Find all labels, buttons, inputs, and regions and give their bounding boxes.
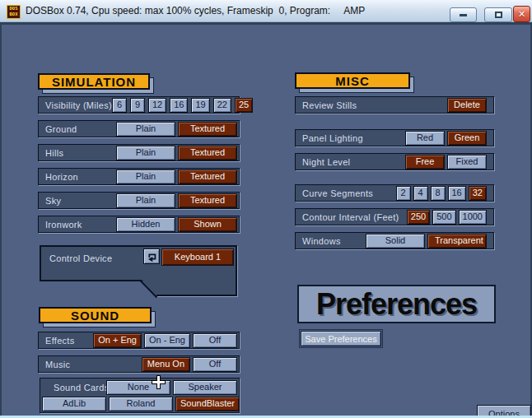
- option-textured-button[interactable]: Textured: [178, 193, 237, 208]
- option-on-eng-button[interactable]: On - Eng: [144, 333, 190, 348]
- option-250-button[interactable]: 250: [407, 210, 430, 225]
- review-stills-label: Review Stills: [302, 100, 357, 110]
- option-textured-button[interactable]: Textured: [178, 122, 237, 137]
- sound-header-label: SOUND: [39, 307, 152, 323]
- effects-label: Effects: [45, 336, 75, 346]
- preferences-title-panel: Preferences: [297, 285, 496, 323]
- option-menu-on-button[interactable]: Menu On: [142, 357, 190, 372]
- option-16-button[interactable]: 16: [448, 186, 466, 201]
- option-textured-button[interactable]: Textured: [178, 146, 237, 160]
- preferences-title: Preferences: [316, 287, 477, 322]
- maximize-icon: [495, 12, 502, 18]
- control-device-panel-tab: [156, 280, 237, 296]
- window-title: DOSBox 0.74, Cpu speed: max 100% cycles,…: [26, 5, 365, 16]
- option-32-button[interactable]: 32: [469, 186, 487, 201]
- dosbox-app-icon: DOS BOX: [7, 5, 21, 19]
- option-fixed-button[interactable]: Fixed: [447, 155, 487, 170]
- control-device-panel: Control Device Keyboard 1: [40, 245, 237, 281]
- windows-options: SolidTransparent: [366, 234, 487, 248]
- minimize-button[interactable]: [450, 7, 477, 22]
- night-level-label: Night Level: [302, 157, 350, 167]
- option-plain-button[interactable]: Plain: [116, 170, 175, 184]
- panel-lighting-label: Panel Lighting: [302, 133, 363, 143]
- option-speaker-button[interactable]: Speaker: [173, 380, 237, 395]
- simulation-header: SIMULATION: [38, 73, 150, 90]
- sky-label: Sky: [45, 196, 61, 206]
- save-preferences-button[interactable]: Save Preferences: [301, 331, 381, 346]
- option-roland-button[interactable]: Roland: [109, 397, 173, 411]
- panel-lighting-options: RedGreen: [405, 131, 487, 146]
- row-ironwork: Ironwork HiddenShown: [38, 216, 240, 233]
- sound-cards-label: Sound Cards: [54, 383, 110, 392]
- option-soundblaster-button[interactable]: SoundBlaster: [175, 397, 240, 411]
- option-delete-button[interactable]: Delete: [447, 98, 487, 113]
- cycle-arrow-icon: [145, 250, 158, 263]
- contour-interval-options: 2505001000: [407, 210, 487, 225]
- option-off-button[interactable]: Off: [193, 333, 237, 348]
- option-1000-button[interactable]: 1000: [459, 210, 487, 225]
- maximize-button[interactable]: [484, 7, 512, 22]
- option-shown-button[interactable]: Shown: [178, 217, 237, 232]
- row-curve-segments: Curve Segments 2481632: [295, 184, 494, 202]
- option-16-button[interactable]: 16: [170, 98, 188, 113]
- option-plain-button[interactable]: Plain: [116, 193, 175, 208]
- row-contour-interval: Contour Interval (Feet) 2505001000: [295, 208, 494, 225]
- option-4-button[interactable]: 4: [413, 186, 428, 201]
- close-button[interactable]: ✕: [513, 6, 530, 22]
- sound-cards-row1: NoneSpeaker: [106, 380, 237, 395]
- row-horizon: Horizon PlainTextured: [38, 168, 240, 185]
- music-label: Music: [45, 360, 70, 369]
- windows-label: Windows: [302, 236, 341, 246]
- cycle-device-button[interactable]: [143, 248, 160, 264]
- control-device-value-button[interactable]: Keyboard 1: [161, 248, 234, 266]
- option-free-button[interactable]: Free: [405, 155, 445, 170]
- night-level-options: FreeFixed: [405, 155, 487, 170]
- title-bar[interactable]: DOS BOX DOSBox 0.74, Cpu speed: max 100%…: [0, 0, 532, 22]
- option-2-button[interactable]: 2: [396, 186, 411, 201]
- option-22-button[interactable]: 22: [213, 98, 231, 113]
- hills-label: Hills: [45, 148, 63, 158]
- row-music: Music Menu OnOff: [38, 355, 240, 373]
- music-options: Menu OnOff: [142, 357, 237, 372]
- option-500-button[interactable]: 500: [432, 210, 455, 225]
- row-sky: Sky PlainTextured: [38, 192, 240, 209]
- option-8-button[interactable]: 8: [431, 186, 446, 201]
- control-device-panel-edge: [40, 280, 143, 281]
- hills-options: PlainTextured: [116, 146, 237, 160]
- option-transparent-button[interactable]: Transparent: [427, 234, 487, 248]
- ironwork-label: Ironwork: [45, 220, 82, 230]
- option-off-button[interactable]: Off: [193, 357, 237, 372]
- ironwork-options: HiddenShown: [116, 217, 237, 232]
- close-icon: ✕: [518, 9, 525, 20]
- visibility-options: 691216192225: [112, 98, 253, 113]
- option-adlib-button[interactable]: AdLib: [42, 397, 106, 411]
- simulation-header-label: SIMULATION: [38, 73, 150, 90]
- option-hidden-button[interactable]: Hidden: [116, 217, 175, 232]
- contour-interval-label: Contour Interval (Feet): [302, 212, 399, 222]
- app-icon-text-bottom: BOX: [7, 12, 20, 17]
- option-19-button[interactable]: 19: [191, 98, 209, 113]
- effects-options: On + EngOn - EngOff: [93, 333, 237, 348]
- curve-segments-options: 2481632: [396, 186, 488, 201]
- row-night-level: Night Level FreeFixed: [295, 153, 494, 170]
- option-on-eng-button[interactable]: On + Eng: [93, 333, 142, 348]
- option-green-button[interactable]: Green: [447, 131, 487, 146]
- row-windows: Windows SolidTransparent: [295, 232, 494, 249]
- misc-header-label: MISC: [295, 72, 410, 89]
- option-solid-button[interactable]: Solid: [366, 234, 425, 248]
- option-textured-button[interactable]: Textured: [178, 170, 237, 184]
- option-12-button[interactable]: 12: [148, 98, 166, 113]
- option-9-button[interactable]: 9: [130, 98, 145, 113]
- ground-label: Ground: [45, 124, 77, 134]
- curve-segments-label: Curve Segments: [302, 188, 373, 198]
- control-device-label: Control Device: [49, 253, 112, 263]
- crosshair-cursor: [152, 375, 166, 389]
- option-plain-button[interactable]: Plain: [116, 122, 175, 137]
- row-panel-lighting: Panel Lighting RedGreen: [295, 129, 494, 146]
- row-effects: Effects On + EngOn - EngOff: [38, 332, 240, 349]
- option-plain-button[interactable]: Plain: [116, 146, 175, 160]
- option-red-button[interactable]: Red: [405, 131, 445, 146]
- option-25-button[interactable]: 25: [235, 98, 253, 113]
- sound-header: SOUND: [39, 307, 152, 323]
- option-6-button[interactable]: 6: [112, 98, 127, 113]
